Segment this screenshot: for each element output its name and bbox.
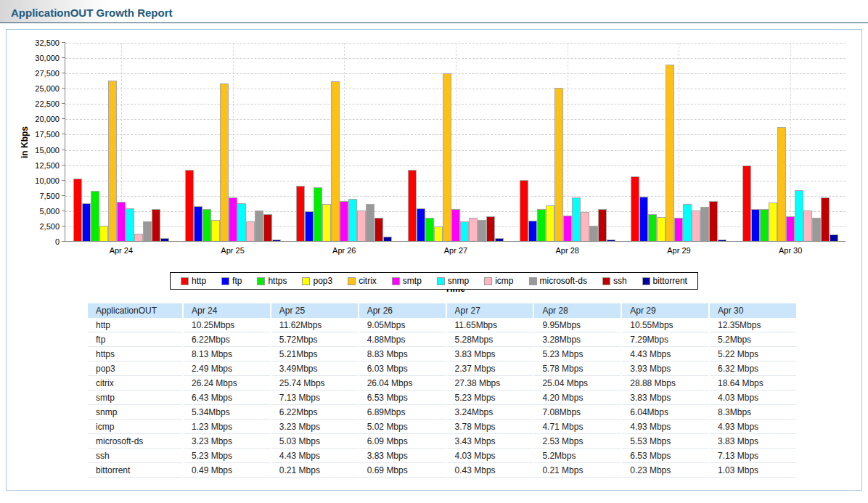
bar-snmp — [460, 221, 469, 241]
legend-label: icmp — [495, 276, 513, 286]
https-swatch-icon — [257, 277, 265, 285]
value-cell: 4.20 Mbps — [534, 390, 621, 405]
row-label-cell: icmp — [88, 420, 182, 434]
smtp-swatch-icon — [392, 277, 400, 285]
value-cell: 6.89Mbps — [359, 405, 446, 420]
bar-microsoft-ds — [812, 218, 821, 241]
bar-pop3 — [99, 226, 108, 241]
value-cell: 6.04Mbps — [622, 405, 708, 420]
legend-item-bittorrent: bittorrent — [642, 276, 687, 286]
row-label-cell: bittorrent — [88, 463, 182, 478]
value-cell: 6.03 Mbps — [359, 361, 446, 376]
column-header: Apr 27 — [447, 303, 533, 318]
bar-icmp — [692, 210, 700, 241]
bar-ftp — [305, 211, 314, 241]
bar-http — [185, 170, 194, 241]
bar-snmp — [795, 190, 803, 241]
bar-http — [296, 186, 305, 241]
bar-ssh — [263, 214, 272, 241]
table-row-pop3: pop32.49 Mbps3.49Mbps6.03 Mbps2.37 Mbps5… — [88, 361, 796, 376]
value-cell: 5.78 Mbps — [534, 361, 621, 376]
table-row-http: http10.25Mbps11.62Mbps9.05Mbps11.65Mbps9… — [88, 318, 796, 332]
legend-label: https — [268, 276, 287, 286]
bar-microsoft-ds — [589, 226, 598, 241]
bar-https — [537, 209, 546, 241]
bar-https — [91, 191, 99, 241]
y-tick-mark — [62, 165, 65, 165]
bar-smtp — [229, 197, 237, 241]
value-cell: 3.83 Mbps — [359, 449, 446, 463]
value-cell: 3.83 Mbps — [710, 434, 796, 449]
bar-citrix — [777, 127, 786, 241]
value-cell: 10.25Mbps — [184, 318, 270, 332]
value-cell: 6.53 Mbps — [359, 390, 446, 405]
bar-icmp — [469, 218, 478, 241]
bar-ssh — [598, 209, 607, 241]
value-cell: 2.49 Mbps — [184, 361, 270, 376]
y-tick-label: 15,000 — [9, 146, 60, 155]
bar-ssh — [374, 218, 383, 241]
bar-microsoft-ds — [478, 220, 486, 241]
row-label-cell: ftp — [88, 332, 182, 347]
value-cell: 18.64 Mbps — [710, 376, 796, 390]
bar-pop3 — [322, 204, 331, 241]
value-cell: 6.32 Mbps — [710, 361, 796, 376]
citrix-swatch-icon — [348, 277, 356, 285]
value-cell: 4.88Mbps — [359, 332, 446, 347]
value-cell: 2.37 Mbps — [447, 361, 533, 376]
value-cell: 5.23 Mbps — [534, 347, 621, 361]
bittorrent-swatch-icon — [642, 277, 650, 285]
application-data-table: ApplicationOUTApr 24Apr 25Apr 26Apr 27Ap… — [86, 303, 798, 478]
bar-smtp — [786, 216, 795, 241]
value-cell: 4.03 Mbps — [710, 390, 796, 405]
y-tick-label: 25,000 — [9, 84, 60, 93]
table-row-https: https8.13 Mbps5.21Mbps8.83 Mbps3.83 Mbps… — [88, 347, 796, 361]
value-cell: 3.24Mbps — [447, 405, 533, 420]
y-tick-label: 0 — [9, 237, 60, 246]
column-header: ApplicationOUT — [88, 303, 182, 318]
value-cell: 3.28Mbps — [534, 332, 621, 347]
v-gridline — [790, 43, 791, 241]
v-gridline — [679, 43, 679, 241]
legend-label: microsoft-ds — [540, 276, 587, 286]
bar-icmp — [134, 234, 143, 241]
bar-snmp — [126, 208, 134, 241]
y-tick-mark — [62, 118, 65, 119]
y-tick-label: 32,500 — [9, 38, 60, 47]
value-cell: 3.78 Mbps — [447, 420, 533, 434]
value-cell: 5.2Mbps — [534, 449, 621, 463]
value-cell: 1.23 Mbps — [184, 420, 270, 434]
table-row-microsoft-ds: microsoft-ds3.23 Mbps5.03 Mbps6.09 Mbps3… — [88, 434, 796, 449]
bar-ftp — [528, 221, 537, 241]
row-label-cell: ssh — [88, 449, 182, 463]
bar-https — [202, 209, 211, 241]
bar-citrix — [554, 88, 563, 241]
y-tick-mark — [62, 103, 65, 104]
row-label-cell: pop3 — [88, 361, 182, 376]
value-cell: 10.55Mbps — [622, 318, 708, 332]
bar-ftp — [751, 209, 760, 241]
value-cell: 7.13 Mbps — [710, 449, 796, 463]
bar-smtp — [674, 218, 683, 241]
row-label-cell: snmp — [88, 405, 182, 420]
legend-item-ssh: ssh — [602, 276, 627, 286]
ssh-swatch-icon — [602, 277, 610, 285]
table-row-ftp: ftp6.22Mbps5.72Mbps4.88Mbps5.28Mbps3.28M… — [88, 332, 796, 347]
value-cell: 4.03 Mbps — [447, 449, 533, 463]
value-cell: 25.74 Mbps — [271, 376, 358, 390]
y-tick-mark — [62, 134, 65, 134]
pop3-swatch-icon — [302, 277, 310, 285]
value-cell: 3.23 Mbps — [184, 434, 270, 449]
legend-item-microsoft-ds: microsoft-ds — [529, 276, 587, 286]
y-tick-mark — [62, 180, 65, 181]
value-cell: 5.34Mbps — [184, 405, 270, 420]
table-header-row: ApplicationOUTApr 24Apr 25Apr 26Apr 27Ap… — [88, 303, 796, 318]
row-label-cell: http — [88, 318, 182, 332]
x-tick-label: Apr 28 — [539, 246, 597, 255]
bar-https — [648, 214, 657, 241]
legend-label: citrix — [359, 276, 377, 286]
value-cell: 28.88 Mbps — [622, 376, 708, 390]
column-header: Apr 25 — [271, 303, 358, 318]
legend-item-citrix: citrix — [348, 276, 377, 286]
bar-bittorrent — [830, 234, 838, 241]
